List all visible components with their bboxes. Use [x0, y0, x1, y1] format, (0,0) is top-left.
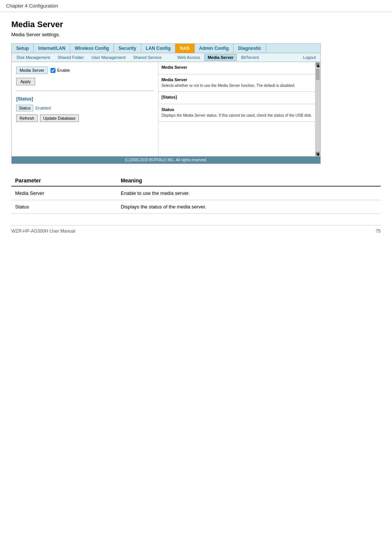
page-title: Media Server	[11, 20, 381, 29]
meaning-cell: Enable to use the media server.	[117, 186, 381, 200]
left-panel: Media Server Enable Apply [Status] Statu…	[12, 62, 158, 156]
status-row: Status Enabled	[16, 105, 154, 111]
screenshot-container: Setup Internet/LAN Wireless Config Secur…	[11, 43, 321, 164]
right-panel: Media Server Media Server Selects whethe…	[158, 62, 315, 156]
nav-tab-setup[interactable]: Setup	[12, 44, 34, 53]
sub-tab-disk-management[interactable]: Disk Management	[13, 54, 54, 61]
table-header-row: Parameter Meaning	[11, 175, 381, 186]
update-database-button[interactable]: Update Database	[40, 114, 79, 122]
button-row: Refresh Update Database	[16, 114, 154, 122]
right-panel-sub1: Media Server	[161, 77, 312, 82]
table-row: StatusDisplays the status of the media s…	[11, 200, 381, 214]
status-value: Enabled	[35, 106, 51, 110]
apply-button[interactable]: Apply	[16, 78, 35, 85]
sub-tab-user-management[interactable]: User Management	[88, 54, 129, 61]
sub-tab-shared-service[interactable]: Shared Service	[130, 54, 165, 61]
nav-tab-nas[interactable]: NAS	[175, 44, 194, 53]
enable-checkbox[interactable]	[51, 68, 55, 73]
status-label: Status	[16, 105, 33, 111]
footer-left: WZR-HP-AG300H User Manual	[11, 228, 75, 234]
col-header-parameter: Parameter	[11, 175, 117, 186]
sub-tab-media-server[interactable]: Media Server	[204, 54, 237, 61]
scroll-down-arrow[interactable]: ▼	[316, 152, 320, 156]
nav-tab-internet-lan[interactable]: Internet/LAN	[34, 44, 70, 53]
media-server-label-btn: Media Server	[16, 66, 48, 74]
divider	[16, 91, 154, 91]
nav-row2-left: Disk Management Shared Folder User Manag…	[13, 54, 262, 61]
right-panel-title2: [Status]	[161, 95, 312, 99]
nav-tab-lan-config[interactable]: LAN Config	[141, 44, 175, 53]
scroll-thumb[interactable]	[316, 69, 320, 80]
scroll-up-arrow[interactable]: ▲	[316, 63, 320, 66]
refresh-button[interactable]: Refresh	[16, 114, 38, 122]
status-section-title: [Status]	[16, 96, 154, 102]
enable-label: Enable	[57, 68, 70, 73]
footer-bar: (C)2000-2010 BUFFALO INC. All rights res…	[12, 156, 320, 164]
right-panel-section2: Media Server Selects whether or not to u…	[158, 74, 315, 92]
param-table: Parameter Meaning Media ServerEnable to …	[11, 175, 381, 214]
right-panel-section3: [Status]	[158, 92, 315, 104]
nav-tab-admin-config[interactable]: Admin Config	[195, 44, 234, 53]
footer-right: 75	[376, 228, 381, 234]
sub-tab-web-access[interactable]: Web Access	[174, 54, 203, 61]
page-subtitle: Media Server settings.	[11, 32, 381, 37]
right-panel-section4: Status Displays the Media Server status.…	[158, 104, 315, 122]
sub-tab-bittorrent[interactable]: BitTorrent	[238, 54, 262, 61]
enable-checkbox-row: Enable	[51, 68, 70, 73]
footer-page: WZR-HP-AG300H User Manual 75	[11, 225, 381, 234]
nav-row1: Setup Internet/LAN Wireless Config Secur…	[12, 44, 320, 53]
table-row: Media ServerEnable to use the media serv…	[11, 186, 381, 200]
right-panel-wrapper: Media Server Media Server Selects whethe…	[158, 62, 320, 156]
chapter-header: Chapter 4 Configuration	[0, 0, 392, 12]
media-server-row: Media Server Enable	[16, 66, 154, 74]
nav-tab-wireless-config[interactable]: Wireless Config	[70, 44, 114, 53]
col-header-meaning: Meaning	[117, 175, 381, 186]
right-panel-sub2: Status	[161, 107, 312, 112]
content-split: Media Server Enable Apply [Status] Statu…	[12, 62, 320, 156]
right-panel-title1: Media Server	[161, 65, 312, 69]
nav-row2: Disk Management Shared Folder User Manag…	[12, 53, 320, 62]
nav-tab-security[interactable]: Security	[114, 44, 141, 53]
main-content: Media Server Media Server settings. Setu…	[0, 12, 392, 241]
param-cell: Status	[11, 200, 117, 214]
scrollbar[interactable]: ▲ ▼	[315, 62, 320, 156]
sub-tab-shared-folder[interactable]: Shared Folder	[54, 54, 88, 61]
right-panel-section1: Media Server	[158, 62, 315, 74]
param-cell: Media Server	[11, 186, 117, 200]
right-panel-text2: Displays the Media Server status. If thi…	[161, 113, 312, 118]
logout-link[interactable]: Logout	[303, 55, 319, 60]
meaning-cell: Displays the status of the media server.	[117, 200, 381, 214]
nav-tab-diagnostic[interactable]: Diagnostic	[234, 44, 266, 53]
right-panel-text1: Selects whether or not to use the Media …	[161, 83, 312, 88]
